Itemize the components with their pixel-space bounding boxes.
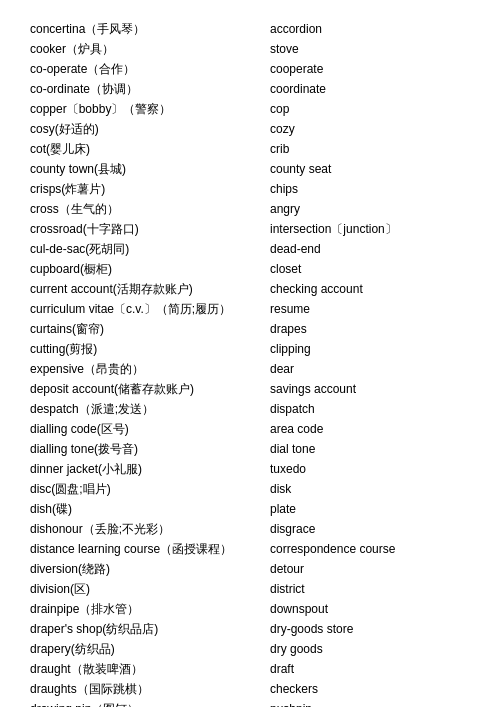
vocab-translation: disk xyxy=(270,480,470,498)
vocab-translation: resume xyxy=(270,300,470,318)
vocab-term: copper〔bobby〕（警察） xyxy=(30,100,270,118)
vocab-term: division(区) xyxy=(30,580,270,598)
vocab-translation: detour xyxy=(270,560,470,578)
vocab-term: co-operate（合作） xyxy=(30,60,270,78)
table-row: disc(圆盘;唱片)disk xyxy=(30,480,470,498)
vocab-translation: county seat xyxy=(270,160,470,178)
vocab-term: dishonour（丢脸;不光彩） xyxy=(30,520,270,538)
vocab-term: curtains(窗帘) xyxy=(30,320,270,338)
vocab-translation: drapes xyxy=(270,320,470,338)
vocabulary-table: concertina（手风琴）accordioncooker（炉具）stovec… xyxy=(30,20,470,707)
table-row: curriculum vitae〔c.v.〕（简历;履历）resume xyxy=(30,300,470,318)
table-row: despatch（派遣;发送）dispatch xyxy=(30,400,470,418)
vocab-translation: angry xyxy=(270,200,470,218)
table-row: draughts（国际跳棋）checkers xyxy=(30,680,470,698)
vocab-term: dialling code(区号) xyxy=(30,420,270,438)
vocab-term: crossroad(十字路口) xyxy=(30,220,270,238)
table-row: cosy(好适的)cozy xyxy=(30,120,470,138)
vocab-translation: draft xyxy=(270,660,470,678)
vocab-term: drainpipe（排水管） xyxy=(30,600,270,618)
vocab-term: drapery(纺织品) xyxy=(30,640,270,658)
vocab-translation: coordinate xyxy=(270,80,470,98)
vocab-term: cutting(剪报) xyxy=(30,340,270,358)
vocab-translation: dry-goods store xyxy=(270,620,470,638)
table-row: dialling code(区号)area code xyxy=(30,420,470,438)
vocab-term: disc(圆盘;唱片) xyxy=(30,480,270,498)
vocab-term: county town(县城) xyxy=(30,160,270,178)
table-row: current account(活期存款账户)checking account xyxy=(30,280,470,298)
vocab-translation: intersection〔junction〕 xyxy=(270,220,470,238)
vocab-translation: tuxedo xyxy=(270,460,470,478)
vocab-term: dialling tone(拨号音) xyxy=(30,440,270,458)
vocab-translation: pushpin xyxy=(270,700,470,707)
vocab-term: draught（散装啤酒） xyxy=(30,660,270,678)
vocab-translation: clipping xyxy=(270,340,470,358)
table-row: copper〔bobby〕（警察）cop xyxy=(30,100,470,118)
vocab-term: concertina（手风琴） xyxy=(30,20,270,38)
vocab-translation: closet xyxy=(270,260,470,278)
table-row: co-ordinate（协调）coordinate xyxy=(30,80,470,98)
table-row: cooker（炉具）stove xyxy=(30,40,470,58)
table-row: dialling tone(拨号音)dial tone xyxy=(30,440,470,458)
vocab-term: current account(活期存款账户) xyxy=(30,280,270,298)
vocab-term: draper's shop(纺织品店) xyxy=(30,620,270,638)
vocab-translation: dial tone xyxy=(270,440,470,458)
vocab-translation: dead-end xyxy=(270,240,470,258)
table-row: cupboard(橱柜)closet xyxy=(30,260,470,278)
vocab-term: cosy(好适的) xyxy=(30,120,270,138)
vocab-translation: dry goods xyxy=(270,640,470,658)
table-row: cross（生气的）angry xyxy=(30,200,470,218)
table-row: cutting(剪报)clipping xyxy=(30,340,470,358)
vocab-translation: dispatch xyxy=(270,400,470,418)
vocab-term: expensive（昂贵的） xyxy=(30,360,270,378)
table-row: co-operate（合作）cooperate xyxy=(30,60,470,78)
vocab-term: cupboard(橱柜) xyxy=(30,260,270,278)
table-row: dish(碟)plate xyxy=(30,500,470,518)
vocab-term: deposit account(储蓄存款账户) xyxy=(30,380,270,398)
table-row: expensive（昂贵的）dear xyxy=(30,360,470,378)
vocab-translation: savings account xyxy=(270,380,470,398)
table-row: cul-de-sac(死胡同)dead-end xyxy=(30,240,470,258)
vocab-translation: checking account xyxy=(270,280,470,298)
vocab-term: cooker（炉具） xyxy=(30,40,270,58)
vocab-term: despatch（派遣;发送） xyxy=(30,400,270,418)
table-row: concertina（手风琴）accordion xyxy=(30,20,470,38)
table-row: division(区)district xyxy=(30,580,470,598)
vocab-translation: cozy xyxy=(270,120,470,138)
table-row: draught（散装啤酒）draft xyxy=(30,660,470,678)
table-row: draper's shop(纺织品店)dry-goods store xyxy=(30,620,470,638)
table-row: drawing pin（图钉）pushpin xyxy=(30,700,470,707)
table-row: drapery(纺织品)dry goods xyxy=(30,640,470,658)
vocab-term: co-ordinate（协调） xyxy=(30,80,270,98)
vocab-translation: area code xyxy=(270,420,470,438)
table-row: deposit account(储蓄存款账户)savings account xyxy=(30,380,470,398)
vocab-translation: accordion xyxy=(270,20,470,38)
table-row: county town(县城)county seat xyxy=(30,160,470,178)
vocab-term: drawing pin（图钉） xyxy=(30,700,270,707)
table-row: drainpipe（排水管）downspout xyxy=(30,600,470,618)
vocab-translation: cooperate xyxy=(270,60,470,78)
table-row: curtains(窗帘)drapes xyxy=(30,320,470,338)
vocab-translation: plate xyxy=(270,500,470,518)
table-row: dinner jacket(小礼服)tuxedo xyxy=(30,460,470,478)
vocab-term: crisps(炸薯片) xyxy=(30,180,270,198)
vocab-translation: downspout xyxy=(270,600,470,618)
vocab-translation: dear xyxy=(270,360,470,378)
table-row: diversion(绕路)detour xyxy=(30,560,470,578)
table-row: cot(婴儿床)crib xyxy=(30,140,470,158)
vocab-term: cross（生气的） xyxy=(30,200,270,218)
vocab-translation: checkers xyxy=(270,680,470,698)
vocab-translation: crib xyxy=(270,140,470,158)
vocab-translation: disgrace xyxy=(270,520,470,538)
table-row: crisps(炸薯片)chips xyxy=(30,180,470,198)
vocab-term: dish(碟) xyxy=(30,500,270,518)
vocab-term: curriculum vitae〔c.v.〕（简历;履历） xyxy=(30,300,270,318)
vocab-term: cul-de-sac(死胡同) xyxy=(30,240,270,258)
vocab-translation: correspondence course xyxy=(270,540,470,558)
vocab-translation: stove xyxy=(270,40,470,58)
vocab-term: cot(婴儿床) xyxy=(30,140,270,158)
vocab-term: dinner jacket(小礼服) xyxy=(30,460,270,478)
vocab-term: draughts（国际跳棋） xyxy=(30,680,270,698)
vocab-term: diversion(绕路) xyxy=(30,560,270,578)
vocab-translation: district xyxy=(270,580,470,598)
